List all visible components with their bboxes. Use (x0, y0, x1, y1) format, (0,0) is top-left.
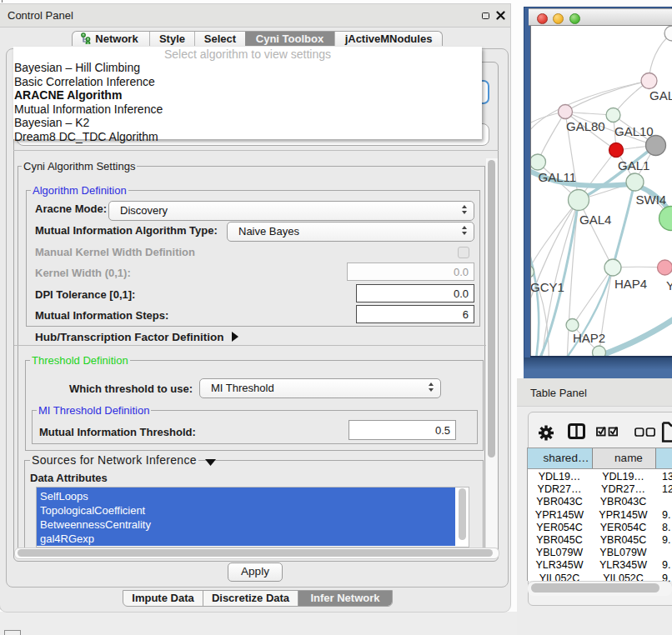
svg-text:HAP4: HAP4 (614, 277, 647, 291)
svg-text:Y: Y (666, 278, 672, 292)
svg-text:HAP2: HAP2 (573, 331, 605, 345)
svg-text:GCY1: GCY1 (531, 280, 564, 294)
svg-text:GAL1: GAL1 (618, 158, 649, 172)
svg-text:GAL10: GAL10 (614, 124, 654, 138)
svg-text:GAL80: GAL80 (566, 119, 605, 133)
svg-text:SWI4: SWI4 (636, 192, 667, 207)
svg-text:GAL: GAL (649, 88, 672, 102)
svg-text:GAL11: GAL11 (539, 170, 577, 184)
svg-text:GAL4: GAL4 (579, 212, 611, 227)
